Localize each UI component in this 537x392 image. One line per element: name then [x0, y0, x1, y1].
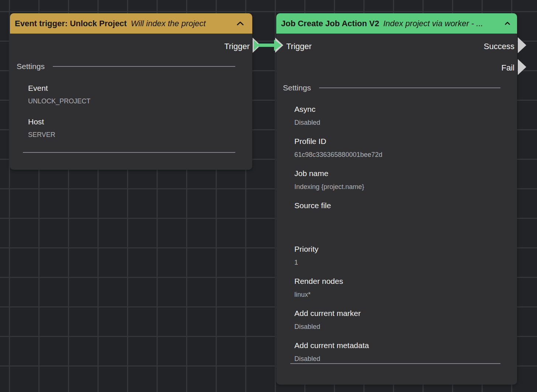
- field-source-file: Source file: [276, 201, 517, 223]
- field-value: 61c98c336365880001bee72d: [294, 151, 517, 158]
- output-port-label-fail: Fail: [502, 63, 514, 73]
- field-host: Host SERVER: [10, 117, 252, 138]
- settings-section-header: Settings: [276, 83, 517, 93]
- field-job-name: Job name Indexing {project.name}: [276, 169, 517, 190]
- node-subtitle: Index project via worker - ...: [383, 19, 483, 28]
- output-port-fail[interactable]: [518, 59, 527, 75]
- port-row-fail: Fail: [276, 63, 517, 73]
- node-event-trigger-header[interactable]: Event trigger: Unlock Project Will index…: [10, 13, 252, 34]
- field-value: linux*: [294, 291, 517, 298]
- field-label: Job name: [294, 169, 517, 178]
- port-row-trigger-success: Trigger Success: [276, 41, 517, 52]
- field-value: SERVER: [28, 131, 252, 138]
- output-port-row: Trigger: [10, 41, 252, 52]
- output-port-label-success: Success: [484, 41, 514, 52]
- field-value: Disabled: [294, 355, 517, 362]
- settings-divider: [53, 66, 235, 67]
- field-label: Priority: [294, 245, 517, 254]
- field-add-current-metadata: Add current metadata Disabled: [276, 341, 517, 362]
- chevron-up-icon[interactable]: [236, 21, 244, 26]
- field-label: Event: [28, 84, 252, 93]
- connection-trigger-to-trigger[interactable]: [253, 37, 284, 54]
- settings-divider: [319, 87, 500, 88]
- node-title: Job Create Job Action V2: [281, 19, 379, 28]
- field-event: Event UNLOCK_PROJECT: [10, 84, 252, 105]
- field-add-current-marker: Add current marker Disabled: [276, 309, 517, 330]
- field-value: Disabled: [294, 119, 517, 126]
- node-bottom-divider: [23, 152, 235, 153]
- field-value: Indexing {project.name}: [294, 183, 517, 190]
- node-bottom-divider: [290, 363, 500, 364]
- field-value: Disabled: [294, 323, 517, 330]
- input-port-label-trigger: Trigger: [286, 41, 312, 52]
- field-label: Async: [294, 105, 517, 114]
- output-port-success[interactable]: [518, 37, 527, 53]
- port-arrow-icon: [518, 37, 526, 53]
- node-subtitle: Will index the project: [131, 19, 206, 28]
- field-value: 1: [294, 259, 517, 266]
- node-job-create-job-action[interactable]: Job Create Job Action V2 Index project v…: [276, 13, 517, 385]
- field-profile-id: Profile ID 61c98c336365880001bee72d: [276, 137, 517, 158]
- field-label: Profile ID: [294, 137, 517, 146]
- field-value: [294, 215, 517, 223]
- field-render-nodes: Render nodes linux*: [276, 277, 517, 298]
- node-title: Event trigger: Unlock Project: [15, 19, 127, 28]
- field-label: Host: [28, 117, 252, 126]
- port-arrow-icon: [518, 59, 526, 75]
- output-port-label-trigger: Trigger: [224, 41, 250, 52]
- settings-label: Settings: [17, 62, 45, 71]
- field-label: Render nodes: [294, 277, 517, 286]
- field-label: Add current metadata: [294, 341, 517, 350]
- settings-section-header: Settings: [10, 62, 252, 71]
- settings-label: Settings: [283, 83, 311, 93]
- field-priority: Priority 1: [276, 245, 517, 266]
- field-async: Async Disabled: [276, 105, 517, 126]
- node-job-create-header[interactable]: Job Create Job Action V2 Index project v…: [276, 13, 517, 34]
- node-event-trigger[interactable]: Event trigger: Unlock Project Will index…: [10, 13, 252, 170]
- field-value: UNLOCK_PROJECT: [28, 97, 252, 105]
- chevron-up-icon[interactable]: [504, 21, 510, 25]
- field-label: Add current marker: [294, 309, 517, 318]
- field-label: Source file: [294, 201, 517, 210]
- node-graph-canvas[interactable]: { "colors": { "event_trigger_header": "#…: [0, 0, 537, 392]
